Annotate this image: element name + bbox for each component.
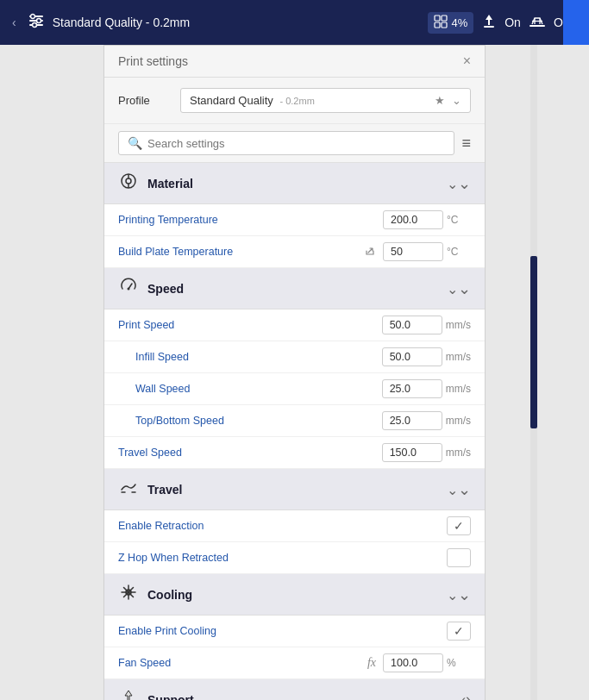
- section-title-support: Support: [147, 693, 461, 701]
- filter-icon[interactable]: ≡: [461, 134, 471, 153]
- scroll-thumb[interactable]: [530, 256, 537, 428]
- section-chevron-support: ›: [461, 691, 471, 700]
- search-input[interactable]: [147, 137, 445, 150]
- setting-value[interactable]: 25.0: [382, 411, 442, 430]
- setting-value[interactable]: 50: [383, 242, 443, 261]
- panel-close-button[interactable]: ×: [463, 54, 471, 68]
- setting-value-wrap: 200.0°C: [383, 210, 471, 229]
- setting-unit: mm/s: [446, 383, 471, 395]
- svg-rect-6: [435, 16, 440, 21]
- setting-checkbox[interactable]: [447, 516, 471, 535]
- svg-point-4: [36, 18, 41, 22]
- sliders-icon: [27, 11, 46, 34]
- toolbar-mesh-badge: 4%: [428, 12, 473, 34]
- profile-select[interactable]: Standard Quality - 0.2mm ★ ⌄: [180, 88, 471, 113]
- section-title-material: Material: [147, 177, 447, 191]
- fx-icon: fx: [367, 656, 376, 670]
- search-icon: 🔍: [128, 136, 142, 150]
- scroll-track[interactable]: [530, 45, 537, 700]
- link-icon[interactable]: [364, 245, 376, 259]
- setting-row: Wall Speed25.0mm/s: [104, 373, 485, 405]
- setting-name: Build Plate Temperature: [118, 246, 364, 258]
- toolbar-chevron-left[interactable]: ‹: [9, 12, 20, 33]
- setting-name: Printing Temperature: [118, 214, 383, 226]
- setting-name: Fan Speed: [118, 657, 367, 669]
- setting-unit: mm/s: [446, 351, 471, 363]
- setting-row: Printing Temperature200.0°C: [104, 204, 485, 236]
- setting-row: Travel Speed150.0mm/s: [104, 437, 485, 469]
- section-chevron-material: ⌄: [447, 174, 471, 193]
- mesh-icon: [434, 15, 448, 31]
- toolbar-corner: [563, 0, 589, 45]
- setting-value-wrap: 150.0mm/s: [382, 443, 471, 462]
- setting-unit: °C: [447, 246, 471, 258]
- setting-row: Build Plate Temperature 50°C: [104, 236, 485, 268]
- setting-name: Travel Speed: [118, 447, 382, 459]
- setting-row: Top/Bottom Speed25.0mm/s: [104, 405, 485, 437]
- section-title-cooling: Cooling: [147, 588, 447, 602]
- setting-row: Enable Retraction: [104, 510, 485, 542]
- section-chevron-travel: ⌄: [447, 480, 471, 499]
- support-icon: [118, 688, 139, 700]
- speed-icon: [118, 277, 139, 300]
- panel-title: Print settings: [118, 54, 188, 68]
- svg-rect-10: [484, 26, 494, 28]
- search-input-wrap: 🔍: [118, 131, 454, 155]
- profile-select-value: Standard Quality: [190, 94, 273, 107]
- setting-row: Enable Print Cooling: [104, 616, 485, 647]
- print-settings-panel: Print settings × Profile Standard Qualit…: [103, 45, 486, 700]
- svg-rect-9: [442, 22, 447, 28]
- setting-unit: mm/s: [446, 447, 471, 459]
- svg-point-16: [126, 178, 131, 184]
- section-chevron-speed: ⌄: [447, 279, 471, 298]
- setting-row: Z Hop When Retracted: [104, 542, 485, 574]
- support-icon: [480, 13, 498, 33]
- setting-row: Print Speed50.0mm/s: [104, 309, 485, 341]
- section-header-speed[interactable]: Speed⌄: [104, 268, 485, 309]
- adhesion-icon: [528, 13, 547, 33]
- svg-rect-11: [529, 25, 545, 27]
- section-header-material[interactable]: Material⌄: [104, 163, 485, 204]
- svg-point-20: [128, 288, 130, 291]
- setting-name: Enable Retraction: [118, 520, 447, 532]
- setting-value[interactable]: 25.0: [382, 379, 442, 398]
- setting-checkbox[interactable]: [447, 622, 471, 641]
- mesh-percent: 4%: [451, 16, 467, 29]
- section-header-support[interactable]: Support›: [104, 679, 485, 700]
- setting-name: Top/Bottom Speed: [135, 415, 382, 427]
- setting-name: Print Speed: [118, 319, 382, 331]
- setting-value[interactable]: 200.0: [383, 210, 443, 229]
- setting-value[interactable]: 150.0: [382, 443, 442, 462]
- setting-unit: %: [447, 657, 471, 669]
- profile-row: Profile Standard Quality - 0.2mm ★ ⌄: [104, 78, 485, 124]
- profile-select-sub: - 0.2mm: [279, 96, 314, 106]
- section-header-travel[interactable]: Travel⌄: [104, 469, 485, 510]
- profile-label: Profile: [118, 94, 170, 107]
- setting-value[interactable]: 50.0: [382, 347, 442, 366]
- profile-chevron-icon: ⌄: [452, 94, 461, 107]
- setting-value-wrap: 50.0mm/s: [382, 316, 471, 334]
- svg-rect-8: [435, 22, 440, 28]
- setting-value-wrap: 50.0mm/s: [382, 347, 471, 366]
- material-icon: [118, 172, 139, 195]
- panel-header: Print settings ×: [104, 46, 485, 78]
- setting-value-wrap: 50°C: [383, 242, 471, 261]
- setting-value[interactable]: 50.0: [382, 316, 442, 334]
- section-header-cooling[interactable]: Cooling⌄: [104, 574, 485, 616]
- setting-row: Infill Speed50.0mm/s: [104, 341, 485, 373]
- support-on-label: On: [504, 16, 521, 29]
- toolbar-profile-name: Standard Quality - 0.2mm: [53, 16, 422, 29]
- setting-value[interactable]: 100.0: [383, 653, 443, 672]
- section-chevron-cooling: ⌄: [447, 585, 471, 604]
- setting-checkbox[interactable]: [447, 548, 471, 567]
- setting-unit: °C: [447, 214, 471, 226]
- setting-name: Infill Speed: [135, 351, 382, 363]
- setting-name: Enable Print Cooling: [118, 625, 447, 637]
- svg-point-5: [32, 22, 36, 27]
- search-row: 🔍 ≡: [104, 124, 485, 163]
- svg-point-3: [30, 14, 34, 18]
- setting-name: Z Hop When Retracted: [118, 552, 447, 564]
- cooling-icon: [118, 583, 139, 606]
- setting-value-wrap: 100.0%: [383, 653, 471, 672]
- profile-select-icons: ★ ⌄: [435, 94, 461, 107]
